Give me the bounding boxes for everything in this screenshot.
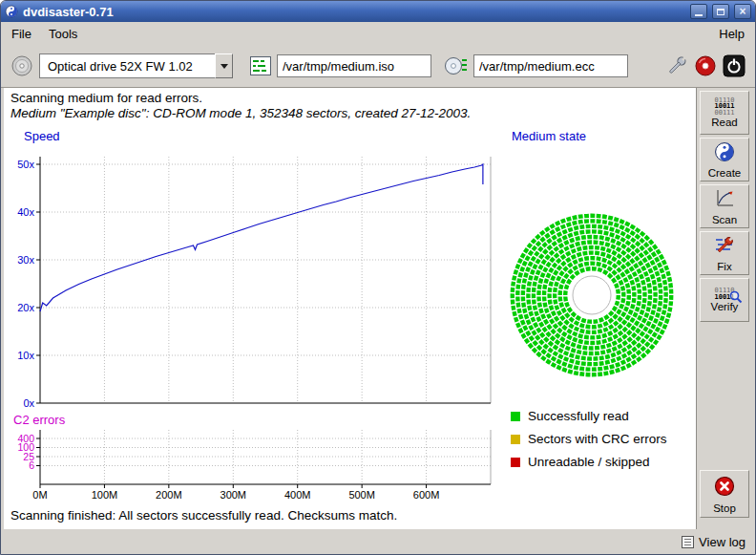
svg-text:20x: 20x [17, 302, 34, 313]
svg-text:0M: 0M [32, 489, 47, 501]
legend-label: Successfully read [528, 409, 629, 423]
stop-icon [712, 475, 737, 502]
image-file-icon [250, 56, 271, 75]
legend-item: Successfully read [511, 409, 667, 423]
status-line-1: Scanning medium for read errors. [10, 91, 202, 105]
sidebar: 01110 10011 00111 Read Create [696, 88, 752, 529]
preferences-wrench-icon[interactable] [665, 54, 688, 77]
read-button-label: Read [711, 117, 738, 128]
legend-item: Sectors with CRC errors [511, 432, 667, 446]
medium-state-title: Medium state [512, 129, 586, 143]
status-line-2: Medium "Example disc": CD-ROM mode 1, 35… [10, 106, 471, 120]
scan-button-label: Scan [712, 214, 737, 225]
svg-text:100M: 100M [92, 489, 118, 501]
legend-label: Sectors with CRC errors [528, 432, 667, 446]
content-row: 0x10x20x30x40x50x0M100M200M300M400M500M6… [4, 88, 752, 529]
close-icon: × [739, 6, 746, 17]
verify-button[interactable]: 01110 10011 Verify [700, 278, 749, 322]
svg-text:200M: 200M [156, 489, 182, 501]
magnifier-icon [729, 290, 743, 304]
speed-chart-title: Speed [24, 129, 60, 143]
medium-state-disc [513, 216, 671, 374]
stop-button-label: Stop [713, 502, 736, 514]
legend-swatch-success [511, 412, 520, 421]
minimize-icon [695, 14, 703, 16]
dvdisaster-logo-icon[interactable] [694, 54, 717, 77]
drive-selector-dropdown-button[interactable] [215, 53, 233, 78]
svg-text:400M: 400M [284, 489, 311, 501]
disc-drive-icon [10, 54, 33, 77]
app-icon [5, 5, 18, 18]
window-title: dvdisaster-0.71 [23, 5, 114, 19]
svg-text:40x: 40x [17, 206, 34, 218]
maximize-icon [717, 9, 724, 15]
yin-yang-icon [714, 141, 735, 166]
svg-text:6: 6 [29, 459, 34, 471]
image-file-input[interactable] [277, 54, 431, 77]
view-log-button[interactable]: View log [678, 533, 749, 551]
binary-magnifier-icon: 01110 10011 [714, 288, 734, 300]
maximize-button[interactable] [712, 4, 729, 19]
scan-result-text: Scanning finished: All sectors successfu… [10, 508, 397, 523]
svg-text:600M: 600M [413, 489, 440, 501]
power-quit-icon[interactable] [723, 54, 746, 77]
legend-swatch-crc [511, 435, 520, 444]
ecc-file-icon [445, 56, 468, 75]
svg-text:500M: 500M [348, 489, 375, 501]
create-button-label: Create [708, 167, 742, 179]
svg-text:30x: 30x [17, 254, 34, 266]
drive-selector-value: Optical drive 52X FW 1.02 [39, 53, 215, 78]
legend-item: Unreadable / skipped [511, 455, 667, 469]
titlebar[interactable]: dvdisaster-0.71 × [1, 1, 755, 22]
minimize-button[interactable] [690, 4, 707, 19]
binary-read-icon: 01110 10011 00111 [714, 97, 734, 117]
create-button[interactable]: Create [700, 138, 749, 181]
menu-file[interactable]: File [3, 24, 40, 44]
toolbar: Optical drive 52X FW 1.02 [1, 45, 755, 88]
legend-label: Unreadable / skipped [528, 455, 650, 469]
svg-text:10x: 10x [17, 350, 34, 361]
close-button[interactable]: × [734, 4, 751, 19]
menu-tools[interactable]: Tools [40, 24, 86, 44]
svg-text:0x: 0x [23, 397, 34, 409]
medium-state-legend: Successfully read Sectors with CRC error… [511, 409, 667, 469]
svg-text:50x: 50x [17, 159, 34, 170]
menu-help[interactable]: Help [710, 24, 753, 44]
stop-button[interactable]: Stop [700, 470, 749, 518]
view-log-label: View log [699, 535, 746, 549]
c2-errors-title: C2 errors [13, 413, 65, 427]
drive-selector[interactable]: Optical drive 52X FW 1.02 [39, 53, 233, 78]
svg-text:300M: 300M [220, 489, 247, 501]
chevron-down-icon [220, 64, 228, 73]
read-button[interactable]: 01110 10011 00111 Read [700, 91, 749, 135]
fix-button-label: Fix [717, 261, 731, 272]
menubar: File Tools Help [1, 22, 755, 45]
fix-wrench-icon [713, 235, 736, 260]
bottombar: View log [1, 529, 755, 554]
log-icon [682, 536, 694, 548]
fix-button[interactable]: Fix [700, 231, 749, 275]
scan-button[interactable]: Scan [700, 184, 749, 228]
scan-graph-icon [714, 188, 735, 213]
dvdisaster-window: dvdisaster-0.71 × File Tools Help Optica… [0, 0, 756, 555]
ecc-file-input[interactable] [473, 54, 628, 77]
legend-swatch-unreadable [511, 458, 520, 467]
main-area: 0x10x20x30x40x50x0M100M200M300M400M500M6… [4, 88, 696, 529]
